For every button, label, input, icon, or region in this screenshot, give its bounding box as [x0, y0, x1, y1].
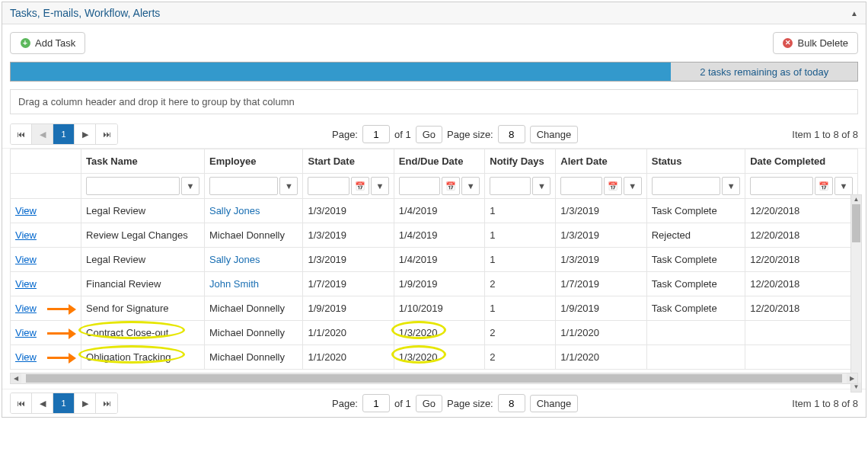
view-link[interactable]: View — [15, 254, 37, 265]
scroll-up-icon[interactable]: ▲ — [851, 195, 861, 204]
page-of-label: of 1 — [394, 398, 411, 409]
filter-icon[interactable]: ▼ — [181, 177, 199, 195]
cell-notify-days: 2 — [485, 272, 556, 296]
filter-icon[interactable]: ▼ — [279, 177, 298, 195]
view-link[interactable]: View — [15, 303, 37, 314]
scroll-thumb[interactable] — [852, 204, 860, 242]
pager-prev-button[interactable]: ◀ — [32, 124, 53, 144]
horizontal-scrollbar[interactable]: ◀ ▶ — [10, 373, 858, 384]
col-employee[interactable]: Employee — [204, 149, 303, 174]
page-input[interactable] — [362, 394, 390, 412]
bulk-delete-button[interactable]: ✕ Bulk Delete — [773, 32, 858, 54]
filter-icon[interactable]: ▼ — [624, 177, 642, 195]
table-row: ViewContract Close-outMichael Donnelly1/… — [11, 321, 858, 345]
cell-status: Task Complete — [646, 199, 745, 223]
change-button[interactable]: Change — [530, 395, 579, 412]
filter-icon[interactable]: ▼ — [532, 177, 550, 195]
cell-alert-date: 1/1/2020 — [556, 345, 646, 370]
filter-alert-date[interactable] — [560, 177, 602, 195]
filter-notify[interactable] — [490, 177, 531, 195]
col-task-name[interactable]: Task Name — [81, 149, 205, 174]
cell-end-date: 1/4/2019 — [394, 199, 484, 223]
pager-next-button[interactable]: ▶ — [75, 124, 96, 144]
page-input[interactable] — [362, 125, 390, 143]
calendar-icon[interactable]: 📅 — [604, 177, 622, 195]
go-button[interactable]: Go — [416, 126, 442, 143]
filter-icon[interactable]: ▼ — [371, 177, 389, 195]
add-task-button[interactable]: + Add Task — [10, 32, 85, 54]
filter-icon[interactable]: ▼ — [722, 177, 740, 195]
scroll-thumb[interactable] — [26, 374, 842, 383]
pager-controls: Page: of 1 Go Page size: Change — [332, 394, 578, 412]
cell-employee: Michael Donnelly — [204, 296, 303, 321]
scroll-right-icon[interactable]: ▶ — [847, 373, 857, 383]
pager-next-button[interactable]: ▶ — [75, 393, 96, 413]
employee-link[interactable]: Sally Jones — [209, 205, 260, 216]
filter-start-date[interactable] — [308, 177, 349, 195]
page-size-input[interactable] — [498, 125, 525, 143]
item-range: Item 1 to 8 of 8 — [792, 129, 858, 140]
pager-first-button[interactable]: ⏮ — [11, 393, 32, 413]
col-view[interactable] — [11, 149, 81, 174]
filter-icon[interactable]: ▼ — [834, 177, 853, 195]
col-start-date[interactable]: Start Date — [303, 149, 394, 174]
toolbar: + Add Task ✕ Bulk Delete — [2, 24, 866, 62]
page-size-label: Page size: — [447, 129, 493, 140]
cell-start-date: 1/3/2019 — [303, 248, 394, 272]
highlight-annotation-icon — [78, 321, 185, 339]
pager-bottom: ⏮ ◀ 1 ▶ ⏭ Page: of 1 Go Page size: Chang… — [2, 389, 866, 417]
filter-employee[interactable] — [209, 177, 279, 195]
pager-last-button[interactable]: ⏭ — [96, 124, 117, 144]
pager-prev-button[interactable]: ◀ — [32, 393, 53, 413]
filter-task-name[interactable] — [86, 177, 180, 195]
cell-end-date: 1/10/2019 — [394, 296, 484, 321]
view-link[interactable]: View — [15, 351, 37, 363]
table-row: ViewFinancial ReviewJohn Smith1/7/20191/… — [11, 272, 858, 296]
col-end-date[interactable]: End/Due Date — [394, 149, 484, 174]
cell-end-date: 1/3/2020 — [394, 321, 484, 345]
employee-link[interactable]: Sally Jones — [209, 254, 260, 265]
filter-icon[interactable]: ▼ — [461, 177, 480, 195]
pager-page-button[interactable]: 1 — [53, 393, 75, 413]
cell-notify-days: 2 — [485, 345, 556, 370]
col-date-completed[interactable]: Date Completed — [745, 149, 858, 174]
calendar-icon[interactable]: 📅 — [442, 177, 460, 195]
vertical-scrollbar[interactable]: ▲ ▼ — [850, 194, 862, 393]
col-notify-days[interactable]: Notify Days — [485, 149, 556, 174]
change-button[interactable]: Change — [530, 126, 579, 143]
pager-first-button[interactable]: ⏮ — [11, 124, 32, 144]
filter-status[interactable] — [652, 177, 721, 195]
pager-last-button[interactable]: ⏭ — [96, 393, 117, 413]
employee-link[interactable]: John Smith — [209, 278, 259, 290]
cell-start-date: 1/1/2020 — [303, 321, 394, 345]
add-task-label: Add Task — [35, 37, 75, 49]
cell-end-date: 1/9/2019 — [394, 272, 484, 296]
arrow-annotation-icon — [47, 304, 78, 315]
filter-completed[interactable] — [750, 177, 813, 195]
view-link[interactable]: View — [15, 278, 37, 290]
scroll-left-icon[interactable]: ◀ — [11, 373, 21, 383]
cell-employee: Sally Jones — [204, 248, 303, 272]
cell-date-completed: 12/20/2018 — [745, 296, 858, 321]
highlight-annotation-icon — [391, 321, 446, 339]
page-label: Page: — [332, 398, 358, 409]
view-link[interactable]: View — [15, 229, 37, 241]
cell-task-name: Review Legal Changes — [81, 223, 205, 248]
filter-end-date[interactable] — [399, 177, 440, 195]
group-drop-zone[interactable]: Drag a column header and drop it here to… — [10, 89, 858, 114]
cell-date-completed: 12/20/2018 — [745, 248, 858, 272]
view-link[interactable]: View — [15, 327, 37, 338]
calendar-icon[interactable]: 📅 — [351, 177, 369, 195]
col-status[interactable]: Status — [646, 149, 745, 174]
collapse-icon[interactable]: ▲ — [850, 9, 858, 18]
pager-nav: ⏮ ◀ 1 ▶ ⏭ — [10, 123, 118, 145]
go-button[interactable]: Go — [416, 395, 442, 412]
pager-page-button[interactable]: 1 — [53, 124, 75, 144]
col-alert-date[interactable]: Alert Date — [556, 149, 646, 174]
add-icon: + — [20, 38, 30, 49]
page-size-input[interactable] — [498, 394, 525, 412]
view-link[interactable]: View — [15, 205, 37, 216]
page-label: Page: — [332, 129, 358, 140]
table-row: ViewSend for SignatureMichael Donnelly1/… — [11, 296, 858, 321]
calendar-icon[interactable]: 📅 — [815, 177, 833, 195]
